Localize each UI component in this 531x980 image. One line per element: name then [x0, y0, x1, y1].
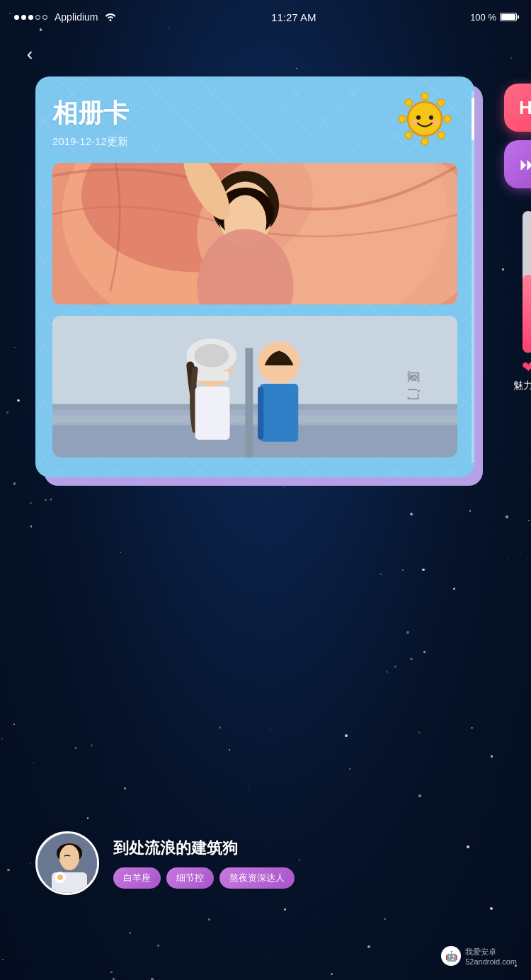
play-icon: ⏭	[520, 154, 531, 174]
svg-point-8	[408, 102, 442, 136]
svg-point-10	[429, 115, 433, 120]
profile-tags: 白羊座 细节控 熬夜资深达人	[113, 867, 496, 889]
signal-dot-1	[14, 15, 19, 20]
back-chevron-icon: ‹	[27, 45, 33, 63]
meter-fill	[523, 275, 531, 353]
photo-card-1[interactable]	[52, 163, 457, 304]
signal-dots	[14, 15, 47, 20]
svg-rect-32	[195, 387, 230, 440]
play-button[interactable]: ⏭	[504, 140, 531, 188]
tag-3[interactable]: 熬夜资深达人	[219, 867, 295, 889]
wifi-icon	[104, 11, 117, 23]
avatar[interactable]	[35, 831, 99, 895]
profile-section: 到处流浪的建筑狗 白羊座 细节控 熬夜资深达人	[35, 831, 496, 895]
svg-rect-26	[52, 416, 457, 423]
svg-rect-30	[194, 371, 229, 381]
time-display: 11:27 AM	[271, 11, 316, 23]
svg-point-12	[431, 120, 438, 125]
svg-point-46	[57, 874, 63, 880]
svg-point-0	[421, 93, 428, 100]
svg-point-3	[444, 115, 451, 122]
svg-point-11	[411, 120, 418, 125]
back-button[interactable]: ‹	[14, 38, 45, 69]
svg-rect-36	[245, 348, 253, 457]
carrier-label: Applidium	[55, 11, 98, 23]
charm-meter: ❤ 魅力值	[513, 211, 531, 392]
status-bar: Applidium 11:27 AM 100 %	[0, 0, 531, 31]
svg-point-31	[194, 344, 229, 368]
svg-rect-27	[52, 404, 457, 410]
scroll-indicator	[472, 91, 474, 463]
status-right: 100 %	[470, 12, 517, 23]
svg-rect-25	[52, 425, 457, 457]
svg-point-6	[438, 99, 445, 106]
status-left: Applidium	[14, 11, 117, 23]
svg-rect-35	[258, 387, 263, 440]
profile-info: 到处流浪的建筑狗 白羊座 细节控 熬夜资深达人	[113, 838, 496, 889]
svg-point-2	[399, 115, 406, 122]
signal-dot-4	[35, 15, 40, 20]
photo2-content: 厦 门	[52, 316, 457, 457]
tag-2[interactable]: 细节控	[166, 867, 214, 889]
signal-dot-2	[21, 15, 26, 20]
svg-text:厦: 厦	[406, 370, 421, 383]
signal-dot-3	[28, 15, 33, 20]
card-content: 相册卡 2019-12-12更新	[35, 76, 474, 477]
battery-percent: 100 %	[470, 12, 496, 23]
svg-point-9	[416, 115, 421, 120]
charm-label: 魅力值	[513, 380, 531, 392]
meter-track	[523, 211, 531, 353]
svg-point-43	[59, 845, 79, 870]
photo-card-2[interactable]: 厦 门	[52, 316, 457, 457]
album-card: 相册卡 2019-12-12更新	[35, 76, 474, 477]
svg-rect-34	[260, 384, 298, 442]
tag-1[interactable]: 白羊座	[113, 867, 161, 889]
heart-icon: ❤	[522, 358, 531, 377]
battery-icon	[500, 13, 517, 21]
hi-label: Hi	[519, 97, 531, 119]
watermark-icon: 🤖	[441, 946, 461, 966]
svg-text:门: 门	[406, 388, 421, 401]
svg-point-4	[405, 99, 412, 106]
scroll-thumb	[472, 98, 474, 140]
hi-button[interactable]: Hi	[504, 84, 531, 132]
profile-name: 到处流浪的建筑狗	[113, 838, 496, 859]
watermark-main: 我爱安卓	[465, 947, 496, 957]
battery-fill	[501, 14, 515, 20]
photo1-content	[52, 163, 457, 304]
right-panel: Hi ⏭ ❤ 魅力值	[504, 76, 531, 392]
watermark: 🤖 我爱安卓 52android.com	[441, 946, 517, 966]
card-date: 2019-12-12更新	[52, 135, 457, 149]
signal-dot-5	[42, 15, 47, 20]
watermark-sub: 52android.com	[465, 957, 517, 966]
